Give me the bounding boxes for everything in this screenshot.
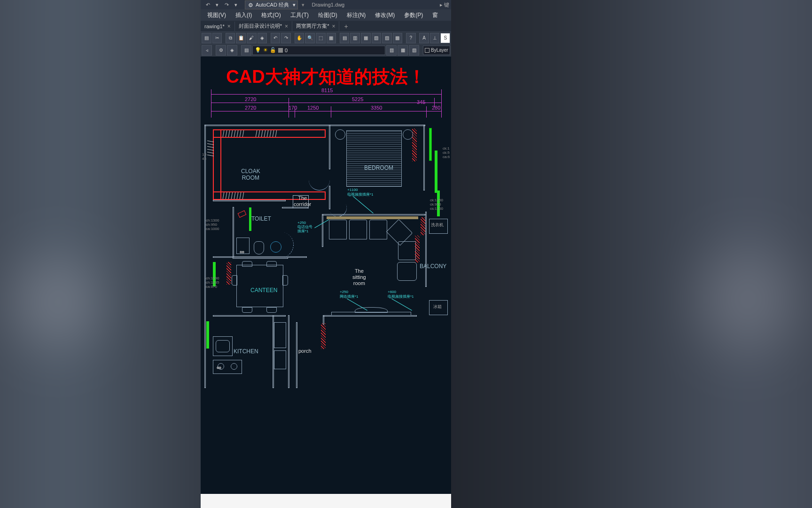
layer-icon[interactable]: ▦ <box>361 33 371 43</box>
sheet-icon[interactable]: ▥ <box>350 33 360 43</box>
menu-insert[interactable]: 插入(I) <box>231 10 257 21</box>
layer-merge-icon[interactable]: ▧ <box>409 45 419 56</box>
document-title: Drawing1.dwg <box>312 2 345 8</box>
chair <box>242 261 252 267</box>
redo-icon[interactable]: ↷ <box>281 33 291 43</box>
tab-label: rawing1* <box>204 24 225 29</box>
table-icon[interactable]: ▨ <box>382 33 392 43</box>
label-kitchen: KITCHEN <box>234 348 258 355</box>
elec-1: 电视频接插座*1 <box>347 193 374 197</box>
title-bar-right-text: 键 <box>444 2 449 8</box>
redo-dropdown-icon[interactable]: ▾ <box>232 1 240 8</box>
color-label: ByLayer <box>431 48 448 53</box>
document-tabs: rawing1* × 封面目录设计说明* × 两室两厅方案* × + <box>201 21 451 32</box>
bottom-area <box>201 494 451 508</box>
floor-plan: CLOAK ROOM BEDROOM <box>204 125 449 388</box>
menu-tools[interactable]: 工具(T) <box>286 10 313 21</box>
menu-view[interactable]: 视图(V) <box>203 10 231 21</box>
tool-6[interactable]: ◈ <box>258 33 267 43</box>
annot-a2: ch:1590 ch:1285 ca:870 <box>206 277 219 289</box>
layer-toolbar: ◃ ⚙ ◈ ▤ 💡 ☀ 🔓 0 ▥ ▦ ▧ ByLayer <box>201 44 451 56</box>
label-corridor: The corridor <box>294 195 311 207</box>
close-icon[interactable]: × <box>227 23 231 30</box>
zoom-icon[interactable]: 🔍 <box>305 33 315 43</box>
undo-icon[interactable]: ↶ <box>271 33 281 43</box>
dim-total: 8115 <box>321 87 333 93</box>
title-bar-arrow-icon[interactable]: ▸ <box>440 2 443 8</box>
infinity-symbol: ∞ <box>217 364 221 371</box>
annot-a4: ck:1250 ck:950 cs:1100 <box>430 198 443 211</box>
redo-arrow-icon[interactable]: ↷ <box>222 1 231 8</box>
dim-r1-2: 5225 <box>352 96 363 102</box>
hanger-rack <box>205 141 214 158</box>
layer-tools-icon[interactable]: ▤ <box>241 45 251 56</box>
chair <box>266 307 277 313</box>
calc-icon[interactable]: ▩ <box>393 33 403 43</box>
label-toilet: TOILET <box>251 215 271 222</box>
drawing-canvas[interactable]: CAD大神才知道的技法！ 8115 2720 5225 345 2720 170… <box>201 56 451 494</box>
close-icon[interactable]: × <box>332 23 335 30</box>
pan-icon[interactable]: ✋ <box>295 33 304 43</box>
marker <box>238 210 247 218</box>
elec-2: +250 电话信号 插座*1 <box>297 221 312 233</box>
copy-icon[interactable]: ⧉ <box>226 33 235 43</box>
menu-window[interactable]: 窗 <box>428 10 443 21</box>
dim-r2-3: 1250 <box>307 105 319 111</box>
layer-prev-icon[interactable]: ◃ <box>202 45 212 56</box>
dim-r1-3: 345 <box>417 99 425 105</box>
dim-r2-4: 3350 <box>371 105 382 111</box>
menu-format[interactable]: 格式(O) <box>257 10 285 21</box>
layer-dropdown[interactable]: 💡 ☀ 🔓 0 <box>252 46 385 55</box>
layer-filter-icon[interactable]: ▥ <box>386 45 397 56</box>
tab-cover-design[interactable]: 封面目录设计说明* × <box>235 21 292 31</box>
sun-icon: ☀ <box>263 47 268 53</box>
tab-label: 封面目录设计说明* <box>239 23 282 30</box>
workspace-chevron-icon[interactable]: ▾ <box>302 2 304 8</box>
annot-left-top: 10 45 <box>202 153 206 161</box>
match-prop-icon[interactable]: 🖌 <box>247 33 257 43</box>
elec-4-val: +600 <box>388 290 396 294</box>
help-icon[interactable]: ? <box>406 33 416 43</box>
layer-color-swatch <box>278 48 283 53</box>
tool-1[interactable]: ▤ <box>202 33 211 43</box>
layer-states-icon[interactable]: ◈ <box>227 45 237 56</box>
search-icon[interactable]: S <box>440 33 450 43</box>
bulb-icon: 💡 <box>255 47 261 53</box>
close-icon[interactable]: × <box>285 23 288 30</box>
chair <box>242 307 252 313</box>
label-washer: 洗衣机 <box>431 222 444 228</box>
lamp-icon <box>403 129 413 140</box>
title-bar: ↶ ▾ ↷ ▾ AutoCAD 经典 ▾ ▾ Drawing1.dwg ▸ 键 <box>201 0 451 9</box>
tab-drawing1[interactable]: rawing1* × <box>201 22 235 31</box>
undo-arrow-icon[interactable]: ↶ <box>203 1 212 8</box>
dim-style-icon[interactable]: ⊥ <box>430 33 440 43</box>
cut-icon[interactable]: ✂ <box>212 33 222 43</box>
layout-icon[interactable]: ▤ <box>340 33 350 43</box>
toilet-fixture <box>254 241 264 254</box>
text-style-icon[interactable]: A <box>419 33 429 43</box>
layer-name: 0 <box>285 48 288 53</box>
gear-icon <box>248 2 254 8</box>
new-tab-button[interactable]: + <box>339 23 352 30</box>
workspace-dropdown[interactable]: AutoCAD 经典 ▾ <box>245 0 298 9</box>
annot-a1: ch:1300 ch:950 ca:1000 <box>206 219 219 231</box>
cabinet <box>274 350 286 369</box>
dim-r2-5: 280 <box>432 105 440 111</box>
menu-parametric[interactable]: 参数(P) <box>399 10 428 21</box>
menu-modify[interactable]: 修改(M) <box>370 10 399 21</box>
block-icon[interactable]: ▧ <box>372 33 382 43</box>
tab-two-bedroom[interactable]: 两室两厅方案* × <box>292 21 339 31</box>
label-cloak-room: CLOAK ROOM <box>241 168 260 182</box>
zoom-window-icon[interactable]: ⬚ <box>316 33 326 43</box>
label-porch: porch <box>298 348 312 354</box>
menu-draw[interactable]: 绘图(D) <box>313 10 342 21</box>
dim-r2-1: 2720 <box>245 105 256 111</box>
layer-props-icon[interactable]: ⚙ <box>216 45 226 56</box>
zoom-ext-icon[interactable]: ▦ <box>327 33 336 43</box>
menu-dimension[interactable]: 标注(N) <box>342 10 371 21</box>
chair <box>282 275 288 286</box>
layer-iso-icon[interactable]: ▦ <box>398 45 408 56</box>
undo-dropdown-icon[interactable]: ▾ <box>213 1 221 8</box>
color-control[interactable]: ByLayer <box>423 46 450 55</box>
paste-icon[interactable]: 📋 <box>236 33 246 43</box>
